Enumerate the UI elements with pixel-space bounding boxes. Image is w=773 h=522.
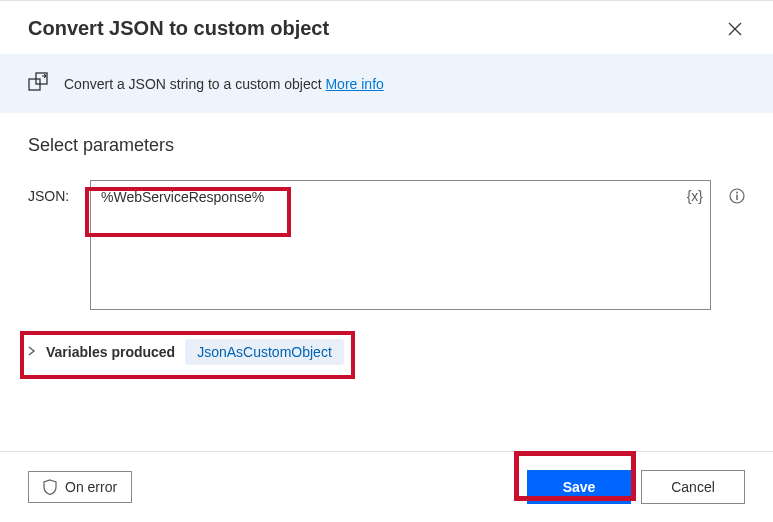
dialog-footer: On error Save Cancel	[0, 451, 773, 522]
variables-produced-row[interactable]: Variables produced JsonAsCustomObject	[28, 339, 745, 365]
dialog-header: Convert JSON to custom object	[0, 1, 773, 54]
close-button[interactable]	[725, 19, 745, 39]
info-icon[interactable]	[729, 188, 745, 204]
cancel-button[interactable]: Cancel	[641, 470, 745, 504]
banner-text-wrap: Convert a JSON string to a custom object…	[64, 76, 384, 92]
more-info-link[interactable]: More info	[325, 76, 383, 92]
json-input[interactable]	[90, 180, 711, 310]
content-area: Select parameters JSON: {x} Variables pr…	[0, 113, 773, 451]
json-input-wrap: {x}	[90, 180, 711, 313]
close-icon	[728, 22, 742, 36]
svg-point-3	[736, 192, 738, 194]
section-title: Select parameters	[28, 135, 745, 156]
banner-text: Convert a JSON string to a custom object	[64, 76, 325, 92]
variable-chip[interactable]: JsonAsCustomObject	[185, 339, 344, 365]
chevron-right-icon[interactable]	[28, 346, 36, 358]
insert-variable-icon[interactable]: {x}	[687, 188, 703, 204]
on-error-button[interactable]: On error	[28, 471, 132, 503]
info-icon-wrap	[729, 180, 745, 207]
json-param-row: JSON: {x}	[28, 180, 745, 313]
on-error-label: On error	[65, 479, 117, 495]
footer-buttons: Save Cancel	[527, 470, 745, 504]
convert-icon	[28, 72, 50, 95]
info-banner: Convert a JSON string to a custom object…	[0, 54, 773, 113]
dialog-title: Convert JSON to custom object	[28, 17, 329, 40]
svg-rect-4	[736, 195, 737, 201]
variables-produced-label: Variables produced	[46, 344, 175, 360]
dialog: Convert JSON to custom object Convert a …	[0, 0, 773, 522]
shield-icon	[43, 479, 57, 495]
json-label: JSON:	[28, 180, 72, 204]
save-button[interactable]: Save	[527, 470, 631, 504]
